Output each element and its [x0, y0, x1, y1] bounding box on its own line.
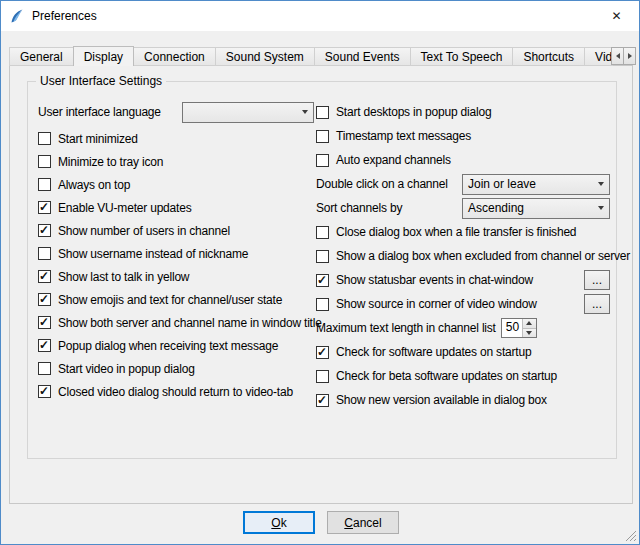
preferences-window: Preferences ✕ General Display Connection… [0, 0, 640, 545]
checkbox[interactable] [38, 201, 51, 214]
checkbox-row[interactable]: Show number of users in channel [38, 219, 314, 242]
max-length-label: Maximum text length in channel list [316, 321, 496, 335]
checkbox-label: Show new version available in dialog box [336, 393, 547, 407]
checkbox-row[interactable]: Show emojis and text for channel/user st… [38, 288, 314, 311]
close-button[interactable]: ✕ [594, 1, 639, 30]
checkbox-row[interactable]: Minimize to tray icon [38, 150, 314, 173]
double-click-row: Double click on a channel Join or leave [316, 172, 610, 196]
checkbox[interactable] [316, 370, 329, 383]
checkbox-label: Start minimized [58, 132, 138, 146]
tab[interactable]: General [9, 47, 74, 66]
checkbox-label: Show both server and channel name in win… [58, 316, 322, 330]
tab-label: Connection [144, 50, 205, 64]
cancel-button[interactable]: Cancel [327, 511, 399, 534]
checkbox[interactable] [38, 155, 51, 168]
checkbox[interactable] [316, 274, 329, 287]
double-click-label: Double click on a channel [316, 177, 448, 191]
tab-content-pane: User Interface Settings User interface l… [9, 65, 633, 504]
chevron-left-icon [616, 53, 620, 59]
checkbox-row[interactable]: Show a dialog box when excluded from cha… [316, 244, 610, 268]
checkbox[interactable] [316, 346, 329, 359]
right-checkbox-list-c: Check for software updates on startup Ch… [316, 340, 610, 412]
statusbar-events-row[interactable]: Show statusbar events in chat-window ... [316, 268, 610, 292]
checkbox-row[interactable]: Start video in popup dialog [38, 357, 314, 380]
tab-bar: General Display Connection Sound System … [9, 45, 613, 66]
language-label: User interface language [38, 105, 161, 119]
tab[interactable]: Sound Events [314, 47, 411, 66]
tab[interactable]: Video [584, 47, 613, 66]
right-checkbox-list-b: Close dialog box when a file transfer is… [316, 220, 610, 268]
checkbox-row[interactable]: Show last to talk in yellow [38, 265, 314, 288]
checkbox[interactable] [316, 154, 329, 167]
tab[interactable]: Sound System [215, 47, 315, 66]
checkbox[interactable] [38, 293, 51, 306]
tab-scroll-right-button[interactable] [623, 47, 636, 65]
group-title: User Interface Settings [36, 74, 166, 88]
double-click-value: Join or leave [463, 177, 593, 191]
checkbox-label: Start desktops in popup dialog [336, 105, 491, 119]
checkbox-row[interactable]: Show username instead of nickname [38, 242, 314, 265]
spin-value: 50 [502, 319, 522, 337]
checkbox[interactable] [38, 224, 51, 237]
chevron-down-icon [297, 103, 313, 122]
tab[interactable]: Shortcuts [512, 47, 585, 66]
ui-settings-group: User Interface Settings User interface l… [27, 81, 617, 459]
checkbox-row[interactable]: Closed video dialog should return to vid… [38, 380, 314, 403]
sort-channels-row: Sort channels by Ascending [316, 196, 610, 220]
checkbox[interactable] [38, 316, 51, 329]
checkbox-row[interactable]: Show both server and channel name in win… [38, 311, 314, 334]
checkbox-label: Timestamp text messages [336, 129, 471, 143]
tab-label: Sound Events [325, 50, 400, 64]
checkbox-row[interactable]: Start minimized [38, 127, 314, 150]
checkbox[interactable] [316, 106, 329, 119]
checkbox[interactable] [38, 362, 51, 375]
checkbox[interactable] [38, 385, 51, 398]
checkbox-row[interactable]: Enable VU-meter updates [38, 196, 314, 219]
spin-down-button[interactable] [522, 328, 536, 338]
checkbox-row[interactable]: Start desktops in popup dialog [316, 100, 610, 124]
spin-up-button[interactable] [522, 319, 536, 328]
checkbox[interactable] [316, 298, 329, 311]
checkbox-row[interactable]: Auto expand channels [316, 148, 610, 172]
window-title: Preferences [32, 9, 97, 23]
checkbox[interactable] [316, 394, 329, 407]
spin-buttons [522, 319, 536, 337]
ok-button[interactable]: Ok [243, 511, 315, 534]
right-column: Start desktops in popup dialog Timestamp… [316, 100, 610, 412]
video-source-row[interactable]: Show source in corner of video window ..… [316, 292, 610, 316]
tab-label: Display [84, 50, 123, 64]
checkbox[interactable] [316, 130, 329, 143]
checkbox[interactable] [316, 226, 329, 239]
close-icon: ✕ [611, 9, 621, 23]
sort-channels-select[interactable]: Ascending [462, 198, 610, 219]
checkbox-row[interactable]: Timestamp text messages [316, 124, 610, 148]
video-source-more-button[interactable]: ... [584, 294, 610, 314]
checkbox-row[interactable]: Check for software updates on startup [316, 340, 610, 364]
tab-label: Text To Speech [421, 50, 503, 64]
tab-label: General [20, 50, 63, 64]
checkbox[interactable] [38, 132, 51, 145]
checkbox-row[interactable]: Close dialog box when a file transfer is… [316, 220, 610, 244]
checkbox[interactable] [38, 339, 51, 352]
checkbox-label: Show last to talk in yellow [58, 270, 189, 284]
double-click-select[interactable]: Join or leave [462, 174, 610, 195]
checkbox-label: Closed video dialog should return to vid… [58, 385, 293, 399]
checkbox[interactable] [316, 250, 329, 263]
max-length-row: Maximum text length in channel list 50 [316, 316, 610, 340]
tab[interactable]: Display [73, 46, 134, 66]
checkbox[interactable] [38, 247, 51, 260]
checkbox[interactable] [38, 178, 51, 191]
tab[interactable]: Text To Speech [410, 47, 514, 66]
language-select[interactable] [182, 102, 314, 123]
checkbox-row[interactable]: Popup dialog when receiving text message [38, 334, 314, 357]
checkbox[interactable] [38, 270, 51, 283]
checkbox-row[interactable]: Show new version available in dialog box [316, 388, 610, 412]
checkbox-row[interactable]: Check for beta software updates on start… [316, 364, 610, 388]
right-checkbox-list-a: Start desktops in popup dialog Timestamp… [316, 100, 610, 172]
checkbox-row[interactable]: Always on top [38, 173, 314, 196]
checkbox-label: Close dialog box when a file transfer is… [336, 225, 576, 239]
statusbar-events-more-button[interactable]: ... [584, 270, 610, 290]
resize-grip[interactable] [624, 529, 637, 542]
max-length-spinner[interactable]: 50 [501, 318, 537, 338]
tab[interactable]: Connection [133, 47, 216, 66]
